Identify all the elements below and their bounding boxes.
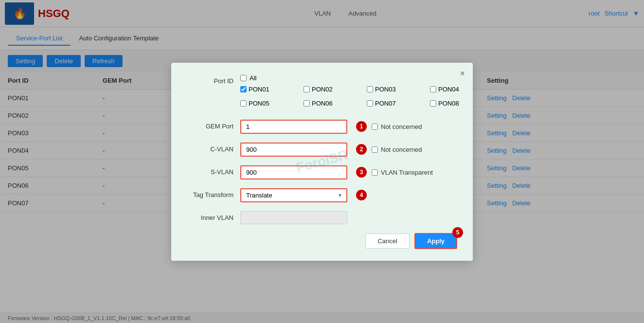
port-label-PON02: PON02 [312, 86, 333, 93]
svlan-transparent-label: VLAN Transparent [381, 169, 433, 176]
port-checkbox-PON03[interactable] [367, 86, 373, 92]
port-checkbox-PON01[interactable] [240, 86, 247, 92]
port-checkbox-PON07[interactable] [367, 100, 373, 107]
cvlan-input[interactable] [240, 143, 347, 157]
gem-not-concerned-label: Not concerned [381, 123, 422, 130]
svlan-transparent-checkbox[interactable] [372, 169, 378, 176]
tag-transform-controls: TranslateAddRemoveTransparent 4 [240, 188, 457, 202]
modal-footer: Cancel Apply 5 [187, 233, 457, 249]
all-checkbox[interactable] [240, 75, 247, 81]
modal-overlay: ForoiSR × Port ID All PON01PON02PON03PON… [0, 0, 644, 317]
badge-3: 3 [356, 167, 367, 178]
modal: ForoiSR × Port ID All PON01PON02PON03PON… [171, 63, 473, 261]
gem-port-input[interactable] [240, 120, 347, 134]
port-item-PON01: PON01 [240, 86, 304, 93]
port-label-PON04: PON04 [438, 86, 459, 93]
port-item-PON03: PON03 [367, 86, 430, 93]
port-checkbox-PON02[interactable] [304, 86, 310, 92]
tag-transform-select[interactable]: TranslateAddRemoveTransparent [240, 188, 347, 202]
gem-port-controls: 1 Not concerned [240, 120, 457, 134]
badge-4: 4 [356, 190, 367, 200]
gem-not-concerned-wrap: Not concerned [372, 123, 422, 130]
port-checkbox-PON08[interactable] [430, 100, 436, 107]
port-grid: PON01PON02PON03PON04PON05PON06PON07PON08 [240, 86, 493, 111]
all-label: All [250, 74, 256, 82]
svlan-transparent-wrap: VLAN Transparent [372, 169, 433, 176]
svlan-label: S-VLAN [187, 165, 240, 176]
form-row-cvlan: C-VLAN 2 Not concerned [187, 143, 457, 157]
port-item-PON06: PON06 [304, 100, 367, 107]
form-row-inner-vlan: Inner VLAN [187, 211, 457, 224]
port-label-PON03: PON03 [375, 86, 396, 93]
badge-1: 1 [356, 121, 367, 132]
port-checkbox-PON04[interactable] [430, 86, 436, 92]
port-all-row: All [240, 74, 493, 82]
port-checkbox-row: PON01PON02PON03PON04 [240, 86, 493, 95]
cvlan-not-concerned-wrap: Not concerned [372, 146, 422, 153]
port-label-PON05: PON05 [249, 100, 269, 107]
port-label-PON08: PON08 [438, 100, 459, 107]
inner-vlan-input[interactable] [240, 211, 347, 224]
inner-vlan-label: Inner VLAN [187, 211, 240, 221]
badge-2: 2 [356, 144, 367, 155]
cvlan-not-concerned-label: Not concerned [381, 146, 422, 153]
port-checkbox-row: PON05PON06PON07PON08 [240, 100, 493, 109]
port-checkbox-PON06[interactable] [304, 100, 310, 107]
port-label-PON07: PON07 [375, 100, 396, 107]
port-item-PON04: PON04 [430, 86, 493, 93]
form-row-svlan: S-VLAN 3 VLAN Transparent [187, 165, 457, 179]
port-label-PON01: PON01 [249, 86, 269, 93]
modal-close-button[interactable]: × [460, 69, 465, 79]
cancel-button[interactable]: Cancel [365, 233, 409, 249]
cvlan-controls: 2 Not concerned [240, 143, 457, 157]
port-label-PON06: PON06 [312, 100, 333, 107]
tag-transform-select-wrap: TranslateAddRemoveTransparent [240, 188, 347, 202]
cvlan-label: C-VLAN [187, 143, 240, 153]
svlan-controls: 3 VLAN Transparent [240, 165, 457, 179]
form-row-tag-transform: Tag Transform TranslateAddRemoveTranspar… [187, 188, 457, 202]
gem-port-label: GEM Port [187, 120, 240, 130]
badge-5: 5 [452, 227, 463, 238]
cvlan-not-concerned-checkbox[interactable] [372, 146, 378, 153]
gem-not-concerned-checkbox[interactable] [372, 124, 378, 130]
apply-button[interactable]: Apply [414, 233, 457, 249]
port-id-label: Port ID [187, 74, 240, 85]
form-row-port-id: Port ID All PON01PON02PON03PON04PON05PON… [187, 74, 457, 111]
port-item-PON05: PON05 [240, 100, 304, 107]
port-id-controls: All PON01PON02PON03PON04PON05PON06PON07P… [240, 74, 493, 111]
port-item-PON02: PON02 [304, 86, 367, 93]
port-checkbox-PON05[interactable] [240, 100, 247, 107]
port-item-PON07: PON07 [367, 100, 430, 107]
svlan-input[interactable] [240, 165, 347, 179]
port-item-PON08: PON08 [430, 100, 493, 107]
inner-vlan-controls [240, 211, 457, 224]
form-row-gem-port: GEM Port 1 Not concerned [187, 120, 457, 134]
tag-transform-label: Tag Transform [187, 188, 240, 198]
